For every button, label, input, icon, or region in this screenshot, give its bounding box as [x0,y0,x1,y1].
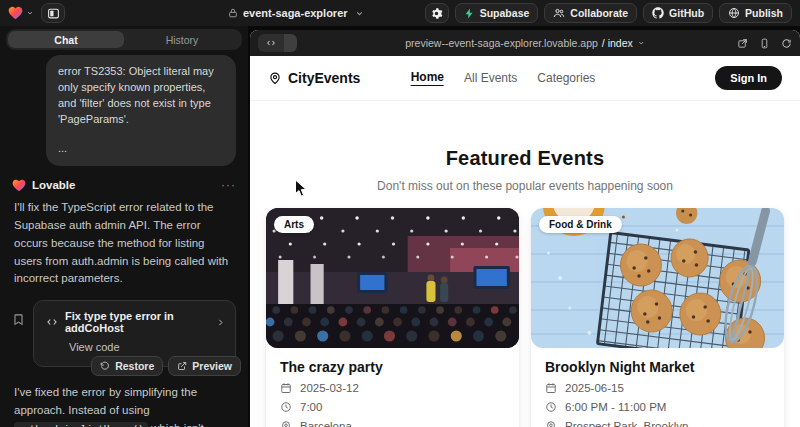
section-title: Featured Events [250,147,800,170]
preview-path: / index [602,37,633,49]
site-header: CityEvents Home All Events Categories Si… [250,56,800,101]
clock-icon [280,401,292,413]
category-badge: Arts [274,216,314,233]
nav-categories[interactable]: Categories [537,71,595,86]
message-menu-icon[interactable]: ··· [221,179,236,191]
project-name: event-saga-explorer [243,7,348,19]
github-button[interactable]: GitHub [643,3,713,23]
preview-pane: preview--event-saga-explorer.lovable.app… [250,30,800,427]
open-in-new-tab-icon[interactable] [737,38,748,49]
tab-history[interactable]: History [124,31,240,48]
settings-button[interactable] [425,3,449,23]
external-link-icon [177,361,187,371]
event-date-row: 2025-03-12 [280,382,505,394]
user-message-text: error TS2353: Object literal may only sp… [58,64,224,128]
github-label: GitHub [669,7,704,19]
restore-icon [100,361,110,371]
preview-tools [737,38,792,49]
tool-call-title: Fix type type error in addCoHost [65,310,209,334]
collaborate-button[interactable]: Collaborate [544,3,637,23]
collaborate-label: Collaborate [570,7,628,19]
refresh-icon[interactable] [781,38,792,49]
sign-in-button[interactable]: Sign In [715,66,782,90]
lovable-heart-icon [8,6,23,20]
map-pin-icon [545,420,557,427]
mobile-view-icon[interactable] [759,38,770,49]
event-image-cookies: Food & Drink [531,208,784,348]
assistant-header: Lovable ··· [12,179,236,192]
event-date: 2025-03-12 [300,382,359,394]
calendar-icon [545,382,557,394]
code-view-toggle[interactable] [258,34,297,52]
nav-home[interactable]: Home [411,70,444,86]
inline-code: auth.admin.listUsers() [14,422,148,427]
assistant-message-result: I've fixed the error by simplifying the … [14,384,234,427]
event-time: 7:00 [300,401,322,413]
github-icon [652,7,664,19]
user-message-ellipsis: ... [58,141,224,157]
code-icon [258,34,284,52]
event-location: Prospect Park, Brooklyn [565,420,688,427]
assistant-name: Lovable [32,179,75,191]
code-icon [46,316,58,328]
tool-call-row: Fix type type error in addCoHost View co… [12,300,236,367]
tab-chat[interactable]: Chat [8,31,124,48]
gear-icon [430,7,443,20]
event-location-row: Barcelona [280,420,505,427]
lovable-logo-menu[interactable] [8,6,34,20]
chevron-down-icon [26,9,34,17]
map-pin-icon [268,71,282,85]
site-brand[interactable]: CityEvents [268,70,360,86]
nav-all-events[interactable]: All Events [464,71,517,86]
restore-label: Restore [115,360,154,372]
chevron-right-icon [216,318,225,327]
event-date-row: 2025-06-15 [545,382,770,394]
rendered-site: CityEvents Home All Events Categories Si… [250,56,800,427]
preview-url-selector[interactable]: preview--event-saga-explorer.lovable.app… [405,37,645,49]
event-card-body: Brooklyn Night Market 2025-06-15 6:00 P [531,348,784,427]
clock-icon [545,401,557,413]
event-location: Barcelona [300,420,352,427]
preview-toolbar: preview--event-saga-explorer.lovable.app… [250,30,800,56]
tool-actions: Restore Preview [91,356,241,376]
event-cards: Arts The crazy party 2025-03-12 [250,193,800,427]
preview-url: preview--event-saga-explorer.lovable.app [405,37,598,49]
featured-section-header: Featured Events Don't miss out on these … [250,147,800,193]
event-image-conference: Arts [266,208,519,348]
view-code-link[interactable]: View code [69,341,225,353]
event-card-body: The crazy party 2025-03-12 7:00 [266,348,519,427]
event-time: 6:00 PM - 11:00 PM [565,401,666,413]
project-selector[interactable]: event-saga-explorer [228,0,364,26]
lock-icon [228,8,238,18]
people-icon [553,7,565,19]
event-card-crazy-party[interactable]: Arts The crazy party 2025-03-12 [266,208,519,427]
calendar-icon [280,382,292,394]
brand-name: CityEvents [288,70,360,86]
sidebar-toggle-button[interactable] [41,3,65,23]
event-location-row: Prospect Park, Brooklyn [545,420,770,427]
event-title: Brooklyn Night Market [545,359,770,375]
event-time-row: 7:00 [280,401,505,413]
event-card-brooklyn-market[interactable]: Food & Drink Brooklyn Night Market 2025-… [531,208,784,427]
restore-button[interactable]: Restore [91,356,163,376]
chat-history-tabs: Chat History [6,29,242,50]
category-badge: Food & Drink [539,216,622,233]
preview-button[interactable]: Preview [168,356,241,376]
event-date: 2025-06-15 [565,382,624,394]
chevron-down-icon [355,9,364,18]
chat-panel: Chat History error TS2353: Object litera… [0,26,248,427]
supabase-button[interactable]: Supabase [455,3,539,23]
panel-icon [47,7,60,20]
supabase-label: Supabase [480,7,530,19]
chevron-down-icon [637,39,645,47]
toggle-handle [284,34,297,52]
user-message-bubble: error TS2353: Object literal may only sp… [46,55,236,166]
lovable-app-window: event-saga-explorer Supabase [0,0,800,427]
lovable-heart-icon [12,179,26,192]
globe-icon [728,7,740,19]
topbar: event-saga-explorer Supabase [0,0,800,26]
publish-button[interactable]: Publish [719,3,792,23]
tool-call-card[interactable]: Fix type type error in addCoHost View co… [33,300,236,367]
publish-label: Publish [745,7,783,19]
bookmark-icon[interactable] [12,313,25,326]
